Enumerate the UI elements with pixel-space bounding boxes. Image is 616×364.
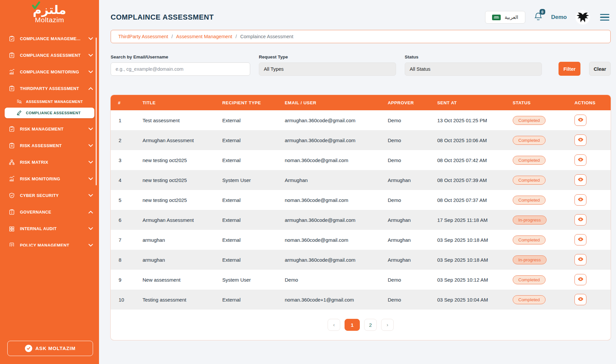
sidebar-item-cyber-security[interactable]: CYBER SECURITY xyxy=(0,187,99,204)
cell-sent-at: 03 Sep 2025 10:18 AM xyxy=(435,237,510,243)
sidebar-subitem-assessment-management[interactable]: ASSESSMENT MANAGEMENT xyxy=(5,97,94,106)
status-badge: Completed xyxy=(513,275,546,284)
sidebar-item-risk-monitoring[interactable]: RISK MONITORING xyxy=(0,171,99,187)
saudi-flag-icon xyxy=(492,15,501,20)
cell-status: Completed xyxy=(510,156,572,165)
view-button[interactable] xyxy=(574,274,586,285)
sidebar-item-policy-management[interactable]: POLICY MANAGEMENT xyxy=(0,237,99,246)
search-input[interactable] xyxy=(111,62,250,76)
pagination: ‹ 1 2 › xyxy=(111,310,611,340)
sidebar-item-internal-audit[interactable]: INTERNAL AUDIT xyxy=(0,221,99,237)
chevron-down-icon xyxy=(88,37,93,40)
view-button[interactable] xyxy=(574,214,586,226)
sidebar: ملتزم Moltazim COMPLIANCE MANAGEME... CO… xyxy=(0,0,99,364)
view-button[interactable] xyxy=(574,154,586,166)
cell-title: armughan xyxy=(140,237,220,243)
cell-title: New assessment xyxy=(140,277,220,283)
language-selector-button[interactable]: العربية xyxy=(485,11,525,24)
status-badge: Completed xyxy=(513,136,546,145)
view-button[interactable] xyxy=(574,194,586,206)
sidebar-subitem-compliance-assessment[interactable]: COMPLIANCE ASSESSMENT xyxy=(5,108,94,118)
view-button[interactable] xyxy=(574,115,586,126)
pagination-page-2[interactable]: 2 xyxy=(364,319,377,331)
eagle-icon xyxy=(576,11,589,24)
sidebar-item-compliance-assessment[interactable]: COMPLIANCE ASSESSMENT xyxy=(0,47,99,64)
cell-sent-at: 17 Sep 2025 11:18 AM xyxy=(435,217,510,223)
chevron-down-icon xyxy=(88,128,93,131)
cell-number: 9 xyxy=(111,277,140,283)
sidebar-item-risk-assessment[interactable]: RISK ASSESSMENT xyxy=(0,137,99,154)
pagination-prev-button[interactable]: ‹ xyxy=(328,319,340,331)
clear-button[interactable]: Clear xyxy=(589,62,611,76)
pagination-page-1[interactable]: 1 xyxy=(345,319,360,331)
cell-approver: Demo xyxy=(385,297,435,303)
menu-toggle-button[interactable] xyxy=(599,13,611,22)
search-label: Search by Email/Username xyxy=(111,54,250,59)
sidebar-item-compliance-monitoring[interactable]: COMPLIANCE MONITORING xyxy=(0,64,99,80)
view-button[interactable] xyxy=(574,294,586,305)
cell-sent-at: 08 Oct 2025 10:06 AM xyxy=(435,137,510,143)
shield-check-icon xyxy=(8,192,15,199)
sidebar-item-risk-management[interactable]: RISK MANAGEMENT xyxy=(0,121,99,137)
notifications-bell[interactable]: 0 xyxy=(534,12,543,23)
cell-approver: Demo xyxy=(385,197,435,203)
cell-title: Armughan Assessment xyxy=(140,217,220,223)
cell-status: Completed xyxy=(510,136,572,145)
table-row: 10 Testing assessment External noman.360… xyxy=(111,290,611,310)
cell-sent-at: 13 Oct 2025 01:25 PM xyxy=(435,118,510,123)
table-row: 1 Test assessment External armughan.360c… xyxy=(111,110,611,130)
cell-email-user: armughan.360code@gmail.com xyxy=(282,257,385,263)
cell-recipient-type: External xyxy=(220,118,282,123)
cell-title: Test assessment xyxy=(140,118,220,123)
cell-email-user: armughan.360code@gmail.com xyxy=(282,118,385,123)
cell-actions xyxy=(572,274,611,285)
sidebar-item-thirdparty-assessment[interactable]: THIRDPARTY ASSESSMENT xyxy=(0,80,99,97)
clipboard-check-icon xyxy=(8,36,15,42)
status-badge: Completed xyxy=(513,116,546,125)
status-badge: In-progress xyxy=(513,255,547,264)
doc-icon xyxy=(8,242,15,246)
cell-number: 2 xyxy=(111,137,140,143)
clipboard-list-icon xyxy=(8,85,15,92)
chevron-down-icon xyxy=(88,54,93,57)
table-row: 2 Armughan Assessment External armughan.… xyxy=(111,130,611,150)
clipboard-list-icon xyxy=(8,52,15,58)
cell-number: 10 xyxy=(111,297,140,303)
cell-recipient-type: External xyxy=(220,137,282,143)
view-button[interactable] xyxy=(574,234,586,245)
ask-moltazim-button[interactable]: ASK MOLTAZIM xyxy=(7,341,93,356)
pagination-next-button[interactable]: › xyxy=(381,319,394,331)
sidebar-item-compliance-management[interactable]: COMPLIANCE MANAGEME... xyxy=(0,31,99,47)
status-badge: Completed xyxy=(513,176,546,185)
sidebar-item-risk-matrix[interactable]: RISK MATRIX xyxy=(0,154,99,171)
app-logo: ملتزم Moltazim xyxy=(0,0,99,25)
cell-number: 1 xyxy=(111,118,140,123)
table-row: 4 new testing oct2025 System User Armugh… xyxy=(111,170,611,190)
breadcrumb-link-assessment-management[interactable]: Assessment Management xyxy=(176,34,232,39)
grid-icon xyxy=(8,226,15,232)
status-badge: Completed xyxy=(513,156,546,165)
table-row: 3 new testing oct2025 External noman.360… xyxy=(111,150,611,170)
view-button[interactable] xyxy=(574,135,586,146)
status-badge: Completed xyxy=(513,235,546,244)
breadcrumb: ThirdParty Assessment / Assessment Manag… xyxy=(111,30,611,43)
status-select[interactable]: All Status xyxy=(405,62,542,76)
filter-button[interactable]: Filter xyxy=(559,62,580,76)
status-badge: In-progress xyxy=(513,216,547,225)
cell-actions xyxy=(572,174,611,186)
cell-recipient-type: System User xyxy=(220,277,282,283)
cell-sent-at: 08 Oct 2025 07:39 AM xyxy=(435,177,510,183)
sidebar-item-governance[interactable]: GOVERNANCE xyxy=(0,204,99,221)
cell-approver: Armughan xyxy=(385,257,435,263)
cell-status: Completed xyxy=(510,196,572,205)
table-row: 9 New assessment System User Demo Demo 0… xyxy=(111,270,611,290)
view-button[interactable] xyxy=(574,174,586,186)
sidebar-scrollbar[interactable] xyxy=(96,38,97,185)
cell-actions xyxy=(572,254,611,265)
request-type-select[interactable]: All Types xyxy=(259,62,396,76)
chart-line-icon xyxy=(8,69,15,75)
user-name[interactable]: Demo xyxy=(551,14,567,21)
eagle-avatar[interactable] xyxy=(575,10,590,25)
breadcrumb-link-thirdparty[interactable]: ThirdParty Assessment xyxy=(118,34,168,39)
view-button[interactable] xyxy=(574,254,586,265)
